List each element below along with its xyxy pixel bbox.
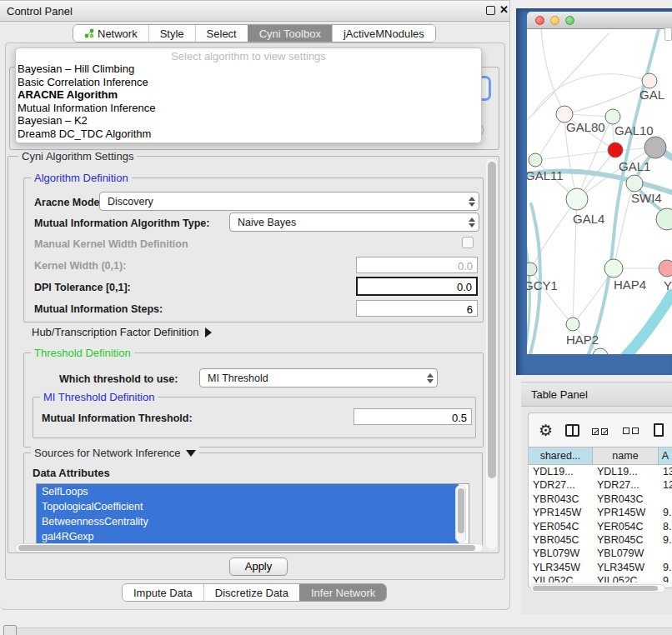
network-titlebar[interactable] bbox=[527, 12, 672, 29]
node-label: GAL11 bbox=[527, 168, 564, 182]
settings-scrollbar[interactable] bbox=[486, 159, 497, 549]
aracne-mode-select[interactable]: Discovery bbox=[99, 192, 479, 211]
dpi-tolerance-field[interactable] bbox=[356, 277, 478, 296]
attribute-item-selected[interactable]: gal4RGexp bbox=[37, 529, 459, 544]
attribute-item-selected[interactable]: BetweennessCentrality bbox=[37, 514, 459, 529]
network-node[interactable] bbox=[604, 259, 623, 278]
node-label: SWI4 bbox=[631, 191, 662, 205]
network-node[interactable] bbox=[566, 188, 588, 210]
algorithm-item[interactable]: Basic Correlation Inference bbox=[16, 76, 481, 89]
mi-steps-label: Mutual Information Steps: bbox=[34, 303, 163, 315]
table-row[interactable]: YLR345WYLR345W9. bbox=[529, 561, 672, 574]
table-panel-titlebar[interactable]: Table Panel bbox=[521, 382, 672, 407]
table-row[interactable]: YBL079WYBL079W bbox=[529, 547, 672, 560]
mi-algorithm-type-label: Mutual Information Algorithm Type: bbox=[34, 218, 209, 229]
minimized-panel-icon[interactable] bbox=[3, 625, 17, 635]
algorithm-item[interactable]: Bayesian – K2 bbox=[16, 114, 481, 128]
algorithm-item[interactable]: Dream8 DC_TDC Algorithm bbox=[16, 128, 481, 141]
table-cell bbox=[659, 547, 672, 560]
network-node[interactable] bbox=[656, 208, 672, 230]
tab-network[interactable]: Network bbox=[73, 25, 148, 42]
which-threshold-value: MI Threshold bbox=[200, 372, 424, 384]
column-header-A[interactable]: A bbox=[659, 448, 672, 464]
node-label: GAL80 bbox=[566, 120, 605, 134]
table-cell: YIL052C bbox=[529, 574, 593, 582]
apply-button[interactable]: Apply bbox=[229, 558, 288, 576]
bottom-tabs: Impute DataDiscretize DataInfer Network bbox=[122, 583, 387, 602]
data-attributes-label: Data Attributes bbox=[33, 467, 110, 479]
network-node[interactable] bbox=[626, 175, 643, 192]
table-row[interactable]: YBR043CYBR043C bbox=[529, 492, 672, 506]
close-icon[interactable]: ✕ bbox=[499, 3, 509, 16]
table-cell: YBR045C bbox=[593, 533, 659, 547]
network-node[interactable] bbox=[608, 142, 623, 158]
minimize-traffic-icon[interactable] bbox=[550, 16, 559, 25]
network-node[interactable] bbox=[566, 318, 579, 331]
table-row[interactable]: YDR27...YDR27...12 bbox=[529, 478, 672, 492]
tab-label: Cyni Toolbox bbox=[259, 28, 321, 40]
columns-icon[interactable] bbox=[565, 424, 579, 437]
algorithm-item[interactable]: Bayesian – Hill Climbing bbox=[16, 62, 481, 76]
bottom-tab-discretize-data[interactable]: Discretize Data bbox=[203, 584, 299, 601]
column-header-shared[interactable]: shared... bbox=[529, 448, 593, 464]
table-cell: YDL19... bbox=[593, 465, 659, 478]
settings-h-scrollbar[interactable] bbox=[15, 543, 484, 552]
dpi-tolerance-label: DPI Tolerance [0,1]: bbox=[34, 282, 131, 293]
network-node[interactable] bbox=[644, 137, 666, 158]
network-node[interactable] bbox=[529, 153, 542, 167]
unchecked-pair-icon[interactable] bbox=[623, 422, 641, 438]
mi-threshold-field[interactable] bbox=[354, 408, 472, 425]
hub-definition-label: Hub/Transcription Factor Definition bbox=[32, 326, 198, 338]
network-node[interactable] bbox=[642, 73, 657, 88]
algorithm-item[interactable]: ARACNE Algorithm bbox=[16, 88, 481, 102]
attribute-item-selected[interactable]: SelfLoops bbox=[37, 484, 459, 499]
algorithm-item[interactable]: Mutual Information Inference bbox=[16, 102, 481, 115]
algorithm-placeholder: Select algorithm to view settings bbox=[16, 50, 481, 62]
node-label: GAL bbox=[639, 88, 664, 102]
network-edge bbox=[527, 233, 529, 354]
node-table[interactable]: shared...nameA YDL19...YDL19...13YDR27..… bbox=[529, 447, 672, 582]
tab-select[interactable]: Select bbox=[195, 25, 248, 42]
network-node[interactable] bbox=[605, 109, 620, 124]
bottom-tab-label: Infer Network bbox=[311, 587, 375, 599]
file-icon[interactable] bbox=[654, 423, 664, 437]
bottom-tab-impute-data[interactable]: Impute Data bbox=[123, 584, 203, 601]
table-row[interactable]: YIL052CYIL052C9 bbox=[529, 574, 672, 582]
control-panel-titlebar[interactable]: Control Panel ✕ bbox=[0, 1, 509, 22]
network-node[interactable] bbox=[527, 262, 537, 276]
table-row[interactable]: YER054CYER054C8. bbox=[529, 520, 672, 533]
attribute-item-selected[interactable]: TopologicalCoefficient bbox=[37, 499, 459, 514]
bottom-tab-infer-network[interactable]: Infer Network bbox=[299, 584, 386, 601]
table-cell: 9. bbox=[659, 506, 672, 519]
column-header-name[interactable]: name bbox=[593, 448, 659, 464]
gear-icon[interactable]: ⚙ bbox=[539, 422, 553, 438]
tab-cyni-toolbox[interactable]: Cyni Toolbox bbox=[248, 25, 332, 42]
checked-pair-icon[interactable]: ✓✓ bbox=[592, 422, 610, 438]
threshold-definition-group: Threshold Definition Which threshold to … bbox=[23, 352, 484, 448]
tab-jactivemnodules[interactable]: jActiveMNodules bbox=[332, 25, 435, 42]
table-h-scrollbar[interactable] bbox=[530, 584, 665, 592]
data-attributes-list[interactable]: SelfLoopsTopologicalCoefficientBetweenne… bbox=[36, 483, 469, 544]
stepper-arrows-icon bbox=[465, 213, 479, 231]
mi-algorithm-type-select[interactable]: Naive Bayes bbox=[229, 212, 479, 232]
manual-kernel-width-checkbox[interactable] bbox=[462, 237, 474, 248]
tab-style[interactable]: Style bbox=[148, 25, 195, 42]
aracne-mode-label: Aracne Mode: bbox=[34, 197, 103, 208]
sources-group-title[interactable]: Sources for Network Inference bbox=[31, 447, 199, 459]
hub-definition-expander[interactable]: Hub/Transcription Factor Definition bbox=[32, 326, 212, 338]
table-row[interactable]: YBR045CYBR045C9. bbox=[529, 533, 672, 547]
zoom-traffic-icon[interactable] bbox=[565, 16, 574, 25]
kernel-width-field[interactable] bbox=[356, 257, 478, 273]
algorithm-dropdown-popup: Select algorithm to view settings Bayesi… bbox=[15, 48, 482, 143]
algorithm-list: Bayesian – Hill ClimbingBasic Correlatio… bbox=[16, 62, 481, 140]
network-node[interactable] bbox=[659, 260, 672, 277]
network-canvas[interactable]: GALGAL80GAL10GAL1GAL11SWI4GAL4GCY1HAP4YH… bbox=[527, 29, 672, 354]
close-traffic-icon[interactable] bbox=[535, 16, 544, 25]
table-row[interactable]: YPR145WYPR145W9. bbox=[529, 506, 672, 519]
table-row[interactable]: YDL19...YDL19...13 bbox=[529, 465, 672, 478]
mi-steps-field[interactable] bbox=[356, 300, 478, 317]
float-icon[interactable] bbox=[486, 6, 495, 15]
which-threshold-select[interactable]: MI Threshold bbox=[199, 368, 438, 388]
control-panel-tabs: NetworkStyleSelectCyni ToolboxjActiveMNo… bbox=[73, 24, 436, 42]
list-scrollbar[interactable] bbox=[455, 485, 466, 542]
